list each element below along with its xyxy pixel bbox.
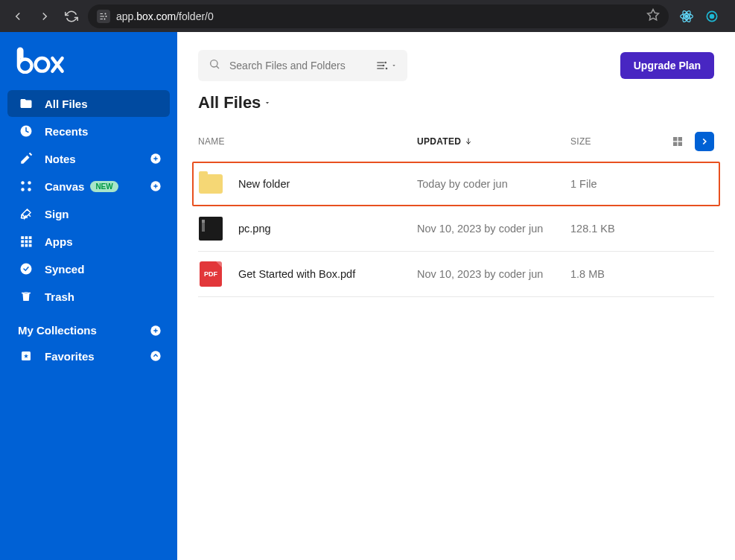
sidebar-item-label: Favorites <box>45 350 95 363</box>
svg-point-16 <box>21 181 25 185</box>
svg-rect-45 <box>678 142 682 146</box>
svg-rect-22 <box>25 236 28 239</box>
sidebar-item-all-files[interactable]: All Files <box>7 90 170 117</box>
svg-point-30 <box>21 264 32 275</box>
svg-rect-25 <box>25 241 28 244</box>
sidebar-item-label: Trash <box>45 290 74 303</box>
search-filter-button[interactable] <box>376 60 397 71</box>
notes-icon <box>18 152 34 165</box>
sidebar-item-synced[interactable]: Synced <box>7 255 170 282</box>
table-row[interactable]: New folder Today by coder jun 1 File <box>192 162 720 206</box>
add-note-button[interactable] <box>149 152 162 165</box>
svg-point-17 <box>28 181 31 185</box>
page-title[interactable]: All Files <box>198 93 271 112</box>
sign-icon <box>18 207 34 220</box>
add-collection-button[interactable] <box>149 324 162 337</box>
table-row[interactable]: PDF Get Started with Box.pdf Nov 10, 202… <box>198 252 714 297</box>
file-name: New folder <box>238 178 417 190</box>
file-size: 1.8 MB <box>570 268 605 280</box>
sidebar-item-label: All Files <box>45 98 88 110</box>
add-canvas-button[interactable] <box>149 179 162 193</box>
new-badge: NEW <box>90 181 118 192</box>
svg-point-7 <box>685 15 687 17</box>
clock-icon <box>18 124 34 138</box>
image-file-icon <box>198 216 223 241</box>
sidebar-item-label: Synced <box>45 263 84 276</box>
pdf-file-icon: PDF <box>198 261 223 287</box>
file-name: pc.png <box>238 223 417 235</box>
svg-rect-36 <box>378 62 384 63</box>
file-size: 128.1 KB <box>570 223 615 235</box>
svg-rect-38 <box>378 68 384 69</box>
svg-rect-26 <box>29 241 32 244</box>
file-updated: Today by coder jun <box>417 178 570 190</box>
column-header-name[interactable]: NAME <box>198 136 417 147</box>
sidebar-item-notes[interactable]: Notes <box>7 145 170 172</box>
sidebar-item-canvas[interactable]: Canvas NEW <box>7 173 170 200</box>
collections-header: My Collections <box>7 311 170 343</box>
site-settings-icon[interactable] <box>97 10 110 23</box>
app-container: All Files Recents Notes Canvas NEW Sign … <box>0 32 735 560</box>
bookmark-star-icon[interactable] <box>646 8 660 25</box>
svg-rect-29 <box>29 244 32 247</box>
column-header-updated[interactable]: UPDATED <box>417 136 570 147</box>
extension-react-icon[interactable] <box>679 9 694 24</box>
apps-icon <box>18 235 34 248</box>
svg-rect-43 <box>678 137 682 141</box>
synced-icon <box>18 262 34 276</box>
svg-rect-1 <box>101 16 105 16</box>
sidebar-item-label: Notes <box>45 153 76 165</box>
svg-rect-44 <box>673 142 677 146</box>
svg-rect-23 <box>29 236 32 239</box>
main-content: Upgrade Plan All Files NAME UPDATED SIZE <box>177 32 735 560</box>
svg-point-5 <box>104 18 106 19</box>
sidebar-item-recents[interactable]: Recents <box>7 118 170 144</box>
table-header: NAME UPDATED SIZE <box>177 120 735 162</box>
details-panel-button[interactable] <box>695 132 714 151</box>
svg-rect-28 <box>25 244 28 247</box>
file-list: New folder Today by coder jun 1 File pc.… <box>177 162 735 297</box>
svg-rect-42 <box>673 137 677 141</box>
file-updated: Nov 10, 2023 by coder jun <box>417 223 570 235</box>
sidebar-item-trash[interactable]: Trash <box>7 283 170 310</box>
sidebar-item-label: Sign <box>45 208 69 220</box>
sort-descending-icon <box>464 137 473 146</box>
box-logo[interactable] <box>7 44 170 90</box>
sidebar-item-label: Recents <box>45 125 88 138</box>
chevron-down-icon <box>264 99 271 106</box>
sidebar-item-sign[interactable]: Sign <box>7 200 170 227</box>
browser-back-button[interactable] <box>7 6 28 27</box>
svg-rect-2 <box>101 19 104 19</box>
browser-forward-button[interactable] <box>34 6 55 27</box>
canvas-icon <box>18 179 34 193</box>
svg-rect-27 <box>21 244 24 247</box>
browser-reload-button[interactable] <box>61 6 82 27</box>
search-container <box>198 50 407 81</box>
file-size: 1 File <box>570 178 596 190</box>
column-header-size[interactable]: SIZE <box>570 136 660 147</box>
svg-point-18 <box>21 188 25 191</box>
browser-url-bar[interactable]: app.box.com/folder/0 <box>88 4 669 28</box>
svg-marker-6 <box>648 9 659 19</box>
svg-point-39 <box>385 62 387 64</box>
file-name: Get Started with Box.pdf <box>238 268 417 280</box>
grid-view-button[interactable] <box>668 132 687 151</box>
browser-url-text: app.box.com/folder/0 <box>116 10 640 22</box>
search-input[interactable] <box>229 60 372 71</box>
extension-icon[interactable] <box>704 9 719 24</box>
sidebar: All Files Recents Notes Canvas NEW Sign … <box>0 32 177 560</box>
trash-icon <box>18 290 34 303</box>
svg-point-3 <box>105 13 106 14</box>
svg-point-35 <box>211 60 217 67</box>
folder-icon <box>18 97 34 110</box>
sidebar-item-label: Apps <box>45 235 73 248</box>
expand-favorites-button[interactable] <box>149 349 162 363</box>
sidebar-item-apps[interactable]: Apps <box>7 228 170 255</box>
svg-point-4 <box>106 16 107 17</box>
upgrade-plan-button[interactable]: Upgrade Plan <box>620 52 714 79</box>
svg-rect-21 <box>21 236 24 239</box>
favorites-icon <box>18 349 34 363</box>
svg-rect-24 <box>21 241 24 244</box>
table-row[interactable]: pc.png Nov 10, 2023 by coder jun 128.1 K… <box>198 206 714 252</box>
sidebar-item-favorites[interactable]: Favorites <box>7 343 170 369</box>
